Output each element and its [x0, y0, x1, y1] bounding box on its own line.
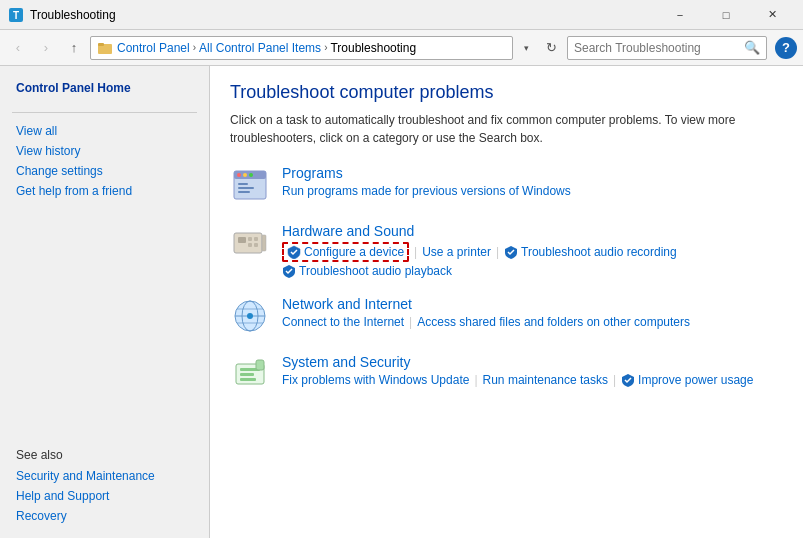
close-button[interactable]: ✕ [749, 0, 795, 30]
svg-point-24 [247, 313, 253, 319]
svg-rect-9 [238, 183, 248, 185]
svg-rect-10 [238, 187, 254, 189]
svg-rect-13 [238, 237, 246, 243]
programs-icon [230, 165, 270, 205]
content-area: Troubleshoot computer problems Click on … [210, 66, 803, 538]
shared-files-link[interactable]: Access shared files and folders on other… [417, 315, 690, 329]
app-icon: T [8, 7, 24, 23]
svg-point-6 [237, 173, 241, 177]
network-links: Connect to the Internet | Access shared … [282, 315, 690, 329]
troubleshoot-audio-playback-link[interactable]: Troubleshoot audio playback [282, 264, 452, 278]
back-button[interactable]: ‹ [6, 36, 30, 60]
search-input[interactable] [574, 41, 740, 55]
sidebar-get-help[interactable]: Get help from a friend [0, 181, 209, 201]
security-content: System and Security Fix problems with Wi… [282, 354, 753, 387]
programs-title[interactable]: Programs [282, 165, 343, 181]
svg-rect-16 [248, 243, 252, 247]
configure-device-link[interactable]: Configure a device [282, 242, 409, 262]
search-box: 🔍 [567, 36, 767, 60]
svg-rect-12 [234, 233, 262, 253]
sidebar-view-all[interactable]: View all [0, 121, 209, 141]
window-controls: − □ ✕ [657, 0, 795, 30]
hardware-links: Configure a device | Use a printer | Tro… [282, 242, 677, 262]
network-title[interactable]: Network and Internet [282, 296, 412, 312]
hardware-links-2: Troubleshoot audio playback [282, 264, 677, 278]
address-dropdown-button[interactable]: ▾ [517, 36, 535, 60]
page-description: Click on a task to automatically trouble… [230, 111, 783, 147]
maintenance-tasks-link[interactable]: Run maintenance tasks [483, 373, 608, 387]
category-programs: Programs Run programs made for previous … [230, 165, 783, 205]
breadcrumb-control-panel[interactable]: Control Panel [117, 41, 190, 55]
hardware-title[interactable]: Hardware and Sound [282, 223, 414, 239]
category-network: Network and Internet Connect to the Inte… [230, 296, 783, 336]
see-also-title: See also [0, 434, 209, 466]
refresh-button[interactable]: ↻ [539, 36, 563, 60]
sidebar-help-support[interactable]: Help and Support [0, 486, 209, 506]
forward-button[interactable]: › [34, 36, 58, 60]
help-button[interactable]: ? [775, 37, 797, 59]
hardware-content: Hardware and Sound Configure a device | … [282, 223, 677, 278]
svg-rect-28 [240, 378, 256, 381]
svg-rect-29 [256, 360, 264, 370]
page-title: Troubleshoot computer problems [230, 82, 783, 103]
svg-point-7 [243, 173, 247, 177]
sidebar-security-maintenance[interactable]: Security and Maintenance [0, 466, 209, 486]
search-icon: 🔍 [744, 40, 760, 55]
breadcrumb-current: Troubleshooting [330, 41, 416, 55]
window-title: Troubleshooting [30, 8, 657, 22]
sidebar-change-settings[interactable]: Change settings [0, 161, 209, 181]
svg-rect-17 [254, 243, 258, 247]
troubleshoot-audio-recording-link[interactable]: Troubleshoot audio recording [504, 245, 677, 259]
svg-point-8 [249, 173, 253, 177]
windows-update-link[interactable]: Fix problems with Windows Update [282, 373, 469, 387]
up-button[interactable]: ↑ [62, 36, 86, 60]
security-title[interactable]: System and Security [282, 354, 410, 370]
svg-rect-18 [262, 235, 266, 251]
shield-icon-audio-rec [504, 245, 518, 259]
programs-content: Programs Run programs made for previous … [282, 165, 571, 198]
shield-icon-power [621, 373, 635, 387]
category-security: System and Security Fix problems with Wi… [230, 354, 783, 394]
breadcrumb-all-items[interactable]: All Control Panel Items [199, 41, 321, 55]
network-content: Network and Internet Connect to the Inte… [282, 296, 690, 329]
minimize-button[interactable]: − [657, 0, 703, 30]
svg-rect-11 [238, 191, 250, 193]
improve-power-link[interactable]: Improve power usage [621, 373, 753, 387]
title-bar: T Troubleshooting − □ ✕ [0, 0, 803, 30]
folder-icon [97, 40, 113, 56]
security-icon [230, 354, 270, 394]
hardware-icon [230, 223, 270, 263]
svg-text:T: T [13, 10, 19, 21]
svg-rect-3 [98, 43, 104, 46]
network-icon [230, 296, 270, 336]
programs-links: Run programs made for previous versions … [282, 184, 571, 198]
main-layout: Control Panel Home View all View history… [0, 66, 803, 538]
maximize-button[interactable]: □ [703, 0, 749, 30]
svg-rect-15 [254, 237, 258, 241]
category-hardware: Hardware and Sound Configure a device | … [230, 223, 783, 278]
address-path: Control Panel › All Control Panel Items … [90, 36, 513, 60]
sidebar-view-history[interactable]: View history [0, 141, 209, 161]
programs-link-1[interactable]: Run programs made for previous versions … [282, 184, 571, 198]
sidebar: Control Panel Home View all View history… [0, 66, 210, 538]
shield-icon-configure [287, 245, 301, 259]
sidebar-recovery[interactable]: Recovery [0, 506, 209, 526]
control-panel-home-link[interactable]: Control Panel Home [0, 78, 209, 98]
security-links: Fix problems with Windows Update | Run m… [282, 373, 753, 387]
svg-rect-27 [240, 373, 254, 376]
use-printer-link[interactable]: Use a printer [422, 245, 491, 259]
sidebar-divider-1 [12, 112, 197, 113]
connect-internet-link[interactable]: Connect to the Internet [282, 315, 404, 329]
shield-icon-audio-play [282, 264, 296, 278]
address-bar: ‹ › ↑ Control Panel › All Control Panel … [0, 30, 803, 66]
svg-rect-14 [248, 237, 252, 241]
